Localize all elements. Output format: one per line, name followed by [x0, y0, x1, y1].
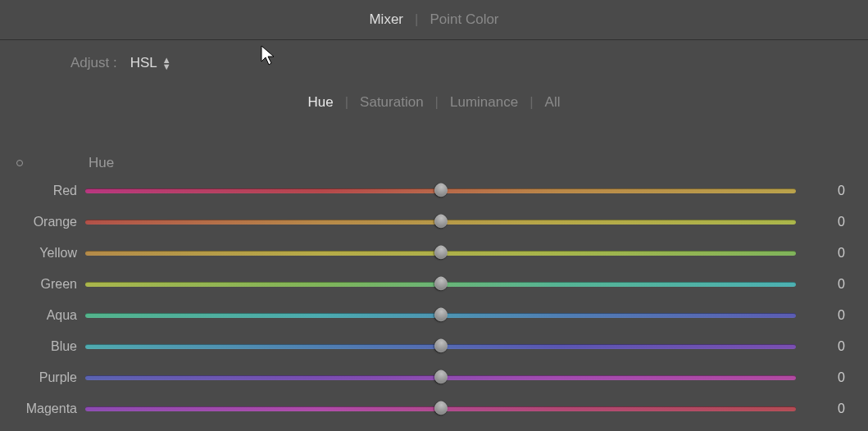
tab-separator: | [435, 94, 439, 111]
slider-label: Red [0, 184, 85, 198]
slider-value[interactable]: 0 [796, 246, 845, 261]
slider-value[interactable]: 0 [796, 277, 845, 292]
targeted-adjustment-icon[interactable] [16, 160, 23, 166]
slider-row-purple: Purple0 [0, 370, 845, 386]
slider-track[interactable] [85, 313, 796, 318]
slider-row-aqua: Aqua0 [0, 307, 845, 324]
slider-track[interactable] [85, 251, 796, 256]
tab-mixer[interactable]: Mixer [369, 11, 403, 28]
slider-row-red: Red0 [0, 183, 845, 199]
tab-separator: | [345, 94, 348, 111]
section-title: Hue [89, 155, 114, 171]
slider-label: Blue [0, 339, 85, 354]
slider-value[interactable]: 0 [796, 402, 845, 416]
slider-track[interactable] [85, 188, 796, 193]
slider-label: Yellow [0, 246, 85, 261]
slider-value[interactable]: 0 [796, 339, 845, 354]
slider-handle[interactable] [431, 274, 450, 293]
tab-point-color[interactable]: Point Color [429, 11, 498, 28]
sub-tabs: Hue | Saturation | Luminance | All [0, 86, 868, 119]
slider-row-magenta: Magenta0 [0, 401, 845, 417]
subtab-hue[interactable]: Hue [307, 94, 333, 111]
slider-label: Magenta [0, 402, 85, 416]
slider-handle[interactable] [431, 243, 450, 262]
slider-row-blue: Blue0 [0, 338, 845, 355]
adjust-label: Adjust : [70, 55, 117, 71]
adjust-row: Adjust : HSL ▲▼ [0, 40, 868, 86]
slider-track[interactable] [85, 282, 796, 287]
slider-value[interactable]: 0 [796, 370, 845, 385]
tab-separator: | [415, 11, 418, 28]
slider-value[interactable]: 0 [796, 308, 845, 323]
slider-row-yellow: Yellow0 [0, 245, 845, 261]
slider-handle[interactable] [431, 306, 450, 324]
slider-track[interactable] [85, 220, 796, 225]
slider-handle[interactable] [431, 399, 450, 418]
slider-handle[interactable] [431, 337, 450, 356]
chevron-updown-icon: ▲▼ [162, 57, 171, 70]
section-header: Hue [0, 152, 868, 175]
slider-label: Green [0, 277, 85, 292]
slider-label: Orange [0, 215, 85, 229]
tab-separator: | [529, 94, 533, 111]
slider-row-orange: Orange0 [0, 214, 845, 230]
slider-handle[interactable] [431, 212, 450, 231]
top-tabs: Mixer | Point Color [0, 0, 868, 40]
slider-track[interactable] [85, 344, 796, 349]
adjust-value: HSL [130, 55, 157, 71]
subtab-saturation[interactable]: Saturation [360, 94, 424, 111]
slider-label: Aqua [0, 308, 85, 323]
slider-value[interactable]: 0 [796, 184, 845, 198]
slider-label: Purple [0, 370, 85, 385]
slider-value[interactable]: 0 [796, 215, 845, 229]
slider-track[interactable] [85, 375, 796, 380]
slider-track[interactable] [85, 406, 796, 411]
slider-handle[interactable] [431, 368, 450, 387]
subtab-luminance[interactable]: Luminance [450, 94, 518, 111]
slider-handle[interactable] [431, 181, 450, 200]
adjust-dropdown[interactable]: HSL ▲▼ [130, 55, 171, 71]
slider-group: Red0Orange0Yellow0Green0Aqua0Blue0Purple… [0, 175, 868, 417]
subtab-all[interactable]: All [545, 94, 561, 111]
slider-row-green: Green0 [0, 276, 845, 293]
